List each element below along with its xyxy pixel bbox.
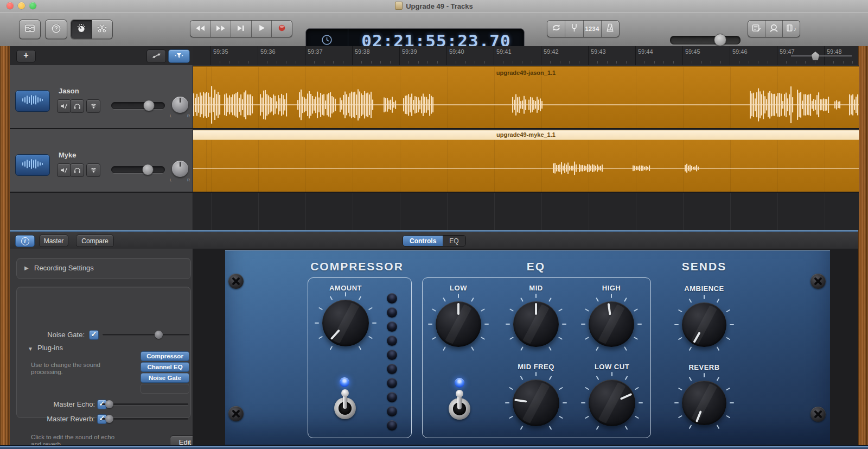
track-lane-myke: upgrade49-myke_1.1 (193, 129, 859, 193)
mute-button[interactable] (57, 163, 71, 177)
smart-controls-knob-icon (76, 23, 86, 35)
loop-browser-icon (769, 24, 778, 34)
mid-label: MID (498, 284, 574, 292)
disclosure-triangle-icon[interactable]: ▶ (24, 265, 29, 271)
reverb-label: REVERB (666, 363, 742, 371)
tuner-button[interactable] (565, 21, 583, 37)
plugins-label: Plug-ins (37, 344, 63, 352)
recording-settings-group[interactable]: ▶ Recording Settings (16, 258, 191, 279)
record-button[interactable] (271, 21, 292, 37)
noise-gate-checkbox[interactable] (89, 330, 99, 340)
ruler-time-label: 59:37 (308, 48, 323, 55)
ruler-time-label: 59:45 (685, 48, 700, 55)
add-track-button[interactable]: + (16, 50, 36, 62)
tuner-icon (571, 23, 578, 34)
catch-playhead-button[interactable] (168, 49, 190, 63)
solo-button[interactable] (70, 99, 84, 113)
rewind-button[interactable] (190, 21, 210, 37)
compressor-amount-knob[interactable] (322, 300, 369, 346)
master-volume-slider[interactable] (670, 36, 741, 45)
fast-forward-button[interactable] (210, 21, 231, 37)
master-echo-thumb[interactable] (105, 400, 113, 408)
metronome-icon (606, 23, 614, 34)
panel-screw (228, 274, 244, 289)
record-icon (278, 24, 286, 34)
track-header-jason[interactable]: Jason L R (10, 65, 193, 129)
input-monitoring-button[interactable] (86, 163, 100, 177)
automation-button[interactable] (146, 49, 166, 63)
skip-to-end-button[interactable] (231, 21, 251, 37)
master-button[interactable]: Master (39, 235, 68, 247)
track-name[interactable]: Jason (59, 87, 79, 95)
window-title-area: Upgrade 49 - Tracks (0, 2, 868, 10)
cycle-icon (551, 24, 561, 34)
low-label: LOW (420, 284, 496, 292)
meter-led (387, 364, 397, 374)
mute-icon (60, 166, 68, 175)
noise-gate-thumb[interactable] (155, 331, 163, 339)
inspector-button[interactable]: i (15, 235, 35, 247)
ruler-time-label: 59:40 (449, 48, 464, 55)
eq-power-switch[interactable] (447, 389, 472, 421)
editors-button[interactable] (92, 20, 113, 39)
eq-mid-knob[interactable] (513, 301, 559, 347)
track-volume-slider[interactable] (111, 102, 165, 109)
eq-low-knob[interactable] (436, 301, 481, 347)
track-volume-slider[interactable] (111, 166, 165, 173)
catch-funnel-icon (174, 52, 184, 61)
ruler-time-label: 59:38 (355, 48, 370, 55)
eq-high-knob[interactable] (589, 301, 634, 347)
quick-help-button[interactable]: ? (45, 20, 67, 39)
audio-region-myke[interactable]: upgrade49-myke_1.1 (193, 130, 859, 192)
solo-button[interactable] (70, 163, 84, 177)
zoom-slider-thumb[interactable] (812, 52, 819, 60)
tab-eq[interactable]: EQ (443, 236, 465, 246)
eq-low-cut-knob[interactable] (589, 380, 635, 426)
compare-button[interactable]: Compare (76, 235, 114, 247)
ruler-gridline (730, 46, 730, 65)
plugins-disclosure-icon[interactable]: ▼ (28, 346, 33, 352)
compressor-power-switch[interactable] (333, 389, 358, 420)
notepad-button[interactable] (748, 21, 765, 37)
plugin-button-compressor[interactable]: Compressor (141, 351, 189, 361)
title-bar: Upgrade 49 - Tracks (0, 0, 868, 12)
horizontal-zoom-slider[interactable] (791, 50, 852, 61)
audio-waveform-icon (21, 94, 44, 107)
master-reverb-thumb[interactable] (105, 415, 113, 423)
rewind-icon (195, 24, 206, 34)
play-icon (258, 24, 265, 34)
play-button[interactable] (251, 21, 272, 37)
cycle-button[interactable] (547, 21, 565, 37)
track-header-myke[interactable]: Myke L R (10, 129, 193, 193)
count-in-button[interactable]: 1234 (583, 21, 601, 37)
mute-button[interactable] (57, 99, 71, 113)
tab-controls[interactable]: Controls (403, 236, 443, 246)
ruler-gridline (635, 46, 636, 65)
input-monitoring-button[interactable] (86, 99, 100, 113)
region-name: upgrade49-myke_1.1 (193, 131, 859, 138)
metronome-button[interactable] (601, 21, 619, 37)
automation-icon (151, 52, 162, 61)
time-ruler[interactable]: 59:3559:3659:3759:3859:3959:4059:4159:42… (193, 46, 858, 66)
ruler-gridline (258, 46, 258, 65)
eq-mid-freq-knob[interactable] (513, 380, 559, 426)
mute-icon (60, 102, 68, 111)
master-volume-thumb[interactable] (714, 34, 726, 46)
library-button[interactable] (19, 20, 41, 39)
audio-region-jason[interactable]: upgrade49-jason_1.1 (193, 66, 859, 128)
ruler-time-label: 59:43 (591, 48, 606, 55)
svg-text:♪: ♪ (794, 26, 796, 31)
empty-plugin-slot[interactable] (141, 384, 189, 394)
media-browser-button[interactable]: ♪ (782, 21, 800, 37)
pan-knob[interactable] (172, 161, 188, 177)
loop-browser-button[interactable] (765, 21, 782, 37)
sends-ambience-knob[interactable] (682, 302, 726, 347)
master-reverb-label: Master Reverb: (24, 415, 95, 423)
sends-reverb-knob[interactable] (682, 381, 726, 425)
section-title-eq: EQ (487, 260, 585, 273)
plugin-button-channel-eq[interactable]: Channel EQ (141, 362, 189, 372)
pan-knob[interactable] (172, 97, 188, 113)
track-name[interactable]: Myke (59, 151, 76, 159)
smart-controls-button[interactable] (71, 20, 92, 39)
plugin-button-noise-gate[interactable]: Noise Gate (141, 373, 189, 383)
